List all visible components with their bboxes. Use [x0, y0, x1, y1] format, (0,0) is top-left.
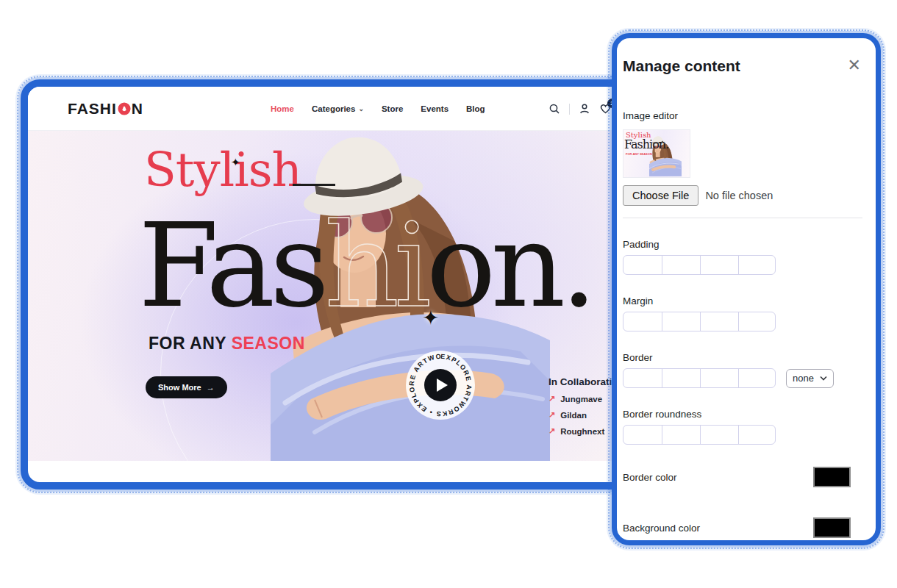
- margin-inputs: [623, 312, 776, 331]
- border-roundness-inputs: [623, 425, 776, 445]
- logo-text-right: N: [132, 100, 143, 118]
- padding-input-2[interactable]: [662, 256, 700, 274]
- nav-events[interactable]: Events: [421, 104, 448, 113]
- margin-input-1[interactable]: [623, 312, 662, 331]
- nav-categories[interactable]: Categories ⌄: [312, 104, 364, 113]
- manage-content-panel: Manage content ✕ Image editor Stylish Fa…: [612, 33, 881, 545]
- wishlist-icon[interactable]: 2: [599, 103, 612, 115]
- hero-title-accent: Stylish: [144, 143, 301, 197]
- border-input-1[interactable]: [623, 369, 662, 387]
- arrow-up-right-icon: ↗: [548, 426, 555, 436]
- border-input-4[interactable]: [738, 369, 776, 387]
- padding-inputs: [623, 255, 776, 275]
- panel-header: Manage content ✕: [623, 57, 862, 75]
- padding-input-4[interactable]: [738, 256, 776, 274]
- arrow-up-right-icon: ↗: [548, 410, 555, 420]
- thumb-title-main: Fashion.: [624, 137, 668, 151]
- panel-divider: [623, 218, 862, 218]
- explore-artworks-play-badge[interactable]: EXPLORE ARTWORKS • EXPLORE ARTWORKS •: [405, 350, 476, 420]
- chevron-down-icon: [820, 376, 827, 381]
- arrow-up-right-icon: ↗: [548, 394, 555, 404]
- border-roundness-label: Border roundness: [623, 409, 862, 420]
- site-logo[interactable]: FASHI N: [68, 100, 143, 118]
- image-editor-thumbnail[interactable]: Stylish Fashion. FOR ANY SEASON: [623, 129, 690, 178]
- close-icon[interactable]: ✕: [846, 57, 862, 74]
- show-more-button[interactable]: Show More →: [146, 376, 227, 398]
- nav-blog[interactable]: Blog: [466, 104, 485, 113]
- border-label: Border: [623, 352, 862, 363]
- border-roundness-input-3[interactable]: [700, 426, 738, 444]
- border-color-row: Border color: [623, 467, 862, 487]
- border-style-select[interactable]: none: [786, 369, 834, 388]
- background-color-swatch[interactable]: [813, 517, 851, 538]
- padding-input-1[interactable]: [623, 256, 662, 274]
- logo-text-left: FASHI: [68, 100, 117, 118]
- sparkle-icon: ✦: [422, 306, 439, 330]
- padding-label: Padding: [623, 239, 862, 250]
- margin-input-2[interactable]: [662, 312, 700, 331]
- background-color-row: Background color: [623, 517, 862, 538]
- chevron-down-icon: ⌄: [358, 105, 364, 112]
- page: FASHI N Home Categories ⌄ Store Even: [0, 0, 897, 588]
- nav-home[interactable]: Home: [271, 104, 294, 113]
- nav-store[interactable]: Store: [382, 104, 403, 113]
- search-icon[interactable]: [548, 103, 560, 115]
- hero-title-dash: [293, 184, 335, 186]
- border-roundness-input-2[interactable]: [662, 426, 700, 444]
- border-roundness-input-1[interactable]: [623, 426, 662, 444]
- panel-title: Manage content: [623, 57, 740, 75]
- main-nav: Home Categories ⌄ Store Events Blog: [271, 87, 485, 131]
- border-color-swatch[interactable]: [813, 467, 851, 487]
- margin-input-3[interactable]: [700, 312, 738, 331]
- border-inputs: [623, 368, 776, 388]
- image-editor-label: Image editor: [623, 110, 862, 121]
- border-roundness-input-4[interactable]: [738, 426, 776, 444]
- border-input-2[interactable]: [662, 369, 700, 387]
- hero-subtitle: FOR ANY SEASON: [149, 334, 305, 354]
- hero-title-main: Fashion.: [138, 207, 593, 323]
- hero-subtitle-accent: SEASON: [232, 334, 305, 353]
- icon-divider: [569, 104, 570, 115]
- thumb-subtitle: FOR ANY SEASON: [626, 152, 652, 156]
- margin-input-4[interactable]: [738, 312, 776, 331]
- border-row: none: [623, 363, 862, 388]
- account-icon[interactable]: [579, 103, 590, 115]
- padding-input-3[interactable]: [700, 256, 738, 274]
- border-input-3[interactable]: [700, 369, 738, 387]
- file-input-row: Choose File No file chosen: [623, 185, 862, 206]
- border-color-label: Border color: [623, 472, 677, 483]
- margin-label: Margin: [623, 295, 862, 306]
- logo-o-icon: [118, 102, 131, 115]
- nav-icons: 2: [548, 87, 612, 131]
- choose-file-button[interactable]: Choose File: [623, 185, 698, 206]
- background-color-label: Background color: [623, 523, 700, 534]
- no-file-chosen-text: No file chosen: [705, 190, 773, 201]
- sparkle-icon: ✦: [231, 156, 240, 169]
- arrow-right-icon: →: [207, 383, 215, 392]
